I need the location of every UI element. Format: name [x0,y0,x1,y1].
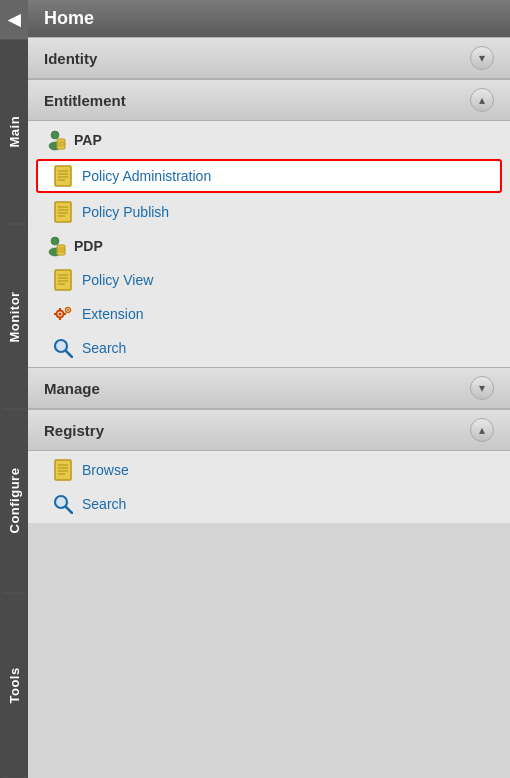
sidebar-item-monitor[interactable]: Monitor [3,225,26,410]
menu-item-extension[interactable]: Extension [28,297,510,331]
menu-item-search-entitlement-label: Search [82,340,126,356]
menu-item-policy-publish-label: Policy Publish [82,204,169,220]
menu-item-pdp-label: PDP [74,238,103,254]
svg-point-34 [67,309,69,311]
main-content: Home Identity ▾ Entitlement ▴ [28,0,510,778]
gear-icon [52,303,74,325]
menu-item-browse[interactable]: Browse [28,453,510,487]
menu-item-pap-label: PAP [74,132,102,148]
bottom-area [28,523,510,778]
entitlement-menu: PAP Policy Administration [28,121,510,367]
section-manage[interactable]: Manage ▾ [28,367,510,409]
section-identity[interactable]: Identity ▾ [28,37,510,79]
svg-line-43 [66,507,72,513]
sidebar-item-main[interactable]: Main [3,40,26,225]
menu-item-search-entitlement[interactable]: Search [28,331,510,365]
document-icon-policy-view [52,269,74,291]
side-tabs: ◀ Main Monitor Configure Tools [0,0,28,778]
menu-item-policy-admin-label: Policy Administration [82,168,211,184]
svg-line-36 [66,351,72,357]
svg-rect-22 [55,270,71,290]
section-entitlement[interactable]: Entitlement ▴ [28,79,510,121]
svg-point-16 [51,237,59,245]
svg-rect-37 [55,460,71,480]
person-badge-icon-pdp [44,235,66,257]
document-icon-policy-publish [52,201,74,223]
menu-item-browse-label: Browse [82,462,129,478]
person-badge-icon [44,129,66,151]
svg-rect-6 [55,166,71,186]
menu-item-policy-publish[interactable]: Policy Publish [28,195,510,229]
back-button[interactable]: ◀ [0,0,28,40]
search-icon-entitlement [52,337,74,359]
menu-item-search-registry-label: Search [82,496,126,512]
document-icon-policy-admin [52,165,74,187]
sidebar-item-configure[interactable]: Configure [3,409,26,594]
menu-item-policy-view-label: Policy View [82,272,153,288]
svg-point-0 [51,131,59,139]
menu-item-policy-admin[interactable]: Policy Administration [36,159,502,193]
chevron-registry: ▴ [470,418,494,442]
section-manage-title: Manage [44,380,100,397]
menu-item-pap[interactable]: PAP [28,123,510,157]
back-arrow-icon: ◀ [8,10,20,29]
menu-item-extension-label: Extension [82,306,143,322]
section-entitlement-title: Entitlement [44,92,126,109]
menu-item-policy-view[interactable]: Policy View [28,263,510,297]
document-icon-browse [52,459,74,481]
section-registry[interactable]: Registry ▴ [28,409,510,451]
svg-point-28 [59,313,62,316]
section-registry-title: Registry [44,422,104,439]
search-icon-registry [52,493,74,515]
page-title: Home [44,8,94,29]
menu-item-pdp[interactable]: PDP [28,229,510,263]
header: Home [28,0,510,37]
section-identity-title: Identity [44,50,97,67]
menu-item-search-registry[interactable]: Search [28,487,510,521]
sidebar-item-tools[interactable]: Tools [3,594,26,779]
chevron-entitlement: ▴ [470,88,494,112]
svg-rect-11 [55,202,71,222]
chevron-manage: ▾ [470,376,494,400]
registry-menu: Browse Search [28,451,510,523]
chevron-identity: ▾ [470,46,494,70]
